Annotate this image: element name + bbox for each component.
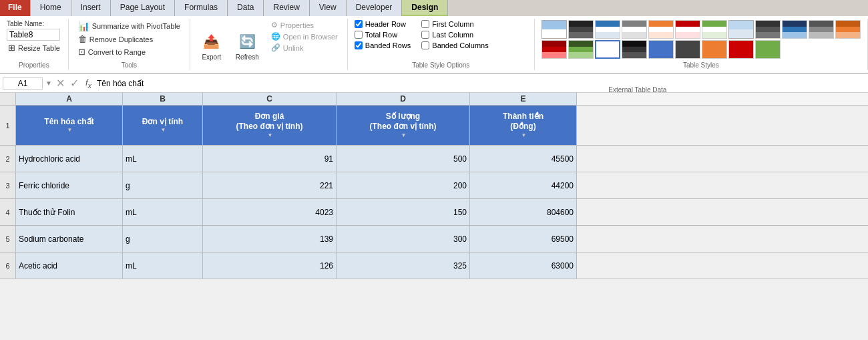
banded-rows-option[interactable]: Banded Rows bbox=[355, 41, 411, 49]
header-row-checkbox[interactable] bbox=[355, 20, 363, 28]
cell-a3[interactable]: Ferric chloride bbox=[16, 172, 123, 198]
cell-d6[interactable]: 325 bbox=[337, 252, 470, 279]
cell-d3[interactable]: 200 bbox=[337, 172, 470, 198]
style-swatch-5[interactable] bbox=[648, 20, 674, 39]
cell-a6[interactable]: Acetic acid bbox=[16, 252, 123, 279]
style-swatch-1[interactable] bbox=[541, 20, 567, 39]
cell-a5[interactable]: Sodium carbonate bbox=[16, 226, 123, 252]
cell-e5[interactable]: 69500 bbox=[470, 226, 577, 252]
tab-file[interactable]: File bbox=[0, 0, 31, 16]
cell-a1[interactable]: Tên hóa chất ▼ bbox=[16, 106, 123, 145]
style-swatch-9[interactable] bbox=[755, 20, 781, 39]
tab-view[interactable]: View bbox=[310, 0, 347, 16]
properties-button[interactable]: ⚙ Properties bbox=[268, 20, 341, 30]
style-swatch-10[interactable] bbox=[782, 20, 807, 39]
cell-b2[interactable]: mL bbox=[123, 146, 203, 172]
banded-columns-option[interactable]: Banded Columns bbox=[421, 41, 488, 49]
summarize-pivottable-button[interactable]: 📊 Summarize with PivotTable bbox=[75, 20, 183, 32]
style-swatch-7[interactable] bbox=[702, 20, 727, 39]
tab-insert[interactable]: Insert bbox=[71, 0, 111, 16]
cell-b1[interactable]: Đơn vị tính ▼ bbox=[123, 106, 203, 145]
refresh-button[interactable]: 🔄 Refresh bbox=[232, 29, 263, 62]
first-column-checkbox[interactable] bbox=[421, 20, 429, 28]
dropdown-a1-icon[interactable]: ▼ bbox=[67, 127, 73, 134]
cell-b5[interactable]: g bbox=[123, 226, 203, 252]
col-header-c[interactable]: C bbox=[203, 93, 337, 105]
cell-c3[interactable]: 221 bbox=[203, 172, 337, 198]
total-row-checkbox[interactable] bbox=[355, 31, 363, 39]
row-number-6: 6 bbox=[0, 252, 16, 279]
col-header-a[interactable]: A bbox=[16, 93, 123, 105]
cell-c2[interactable]: 91 bbox=[203, 146, 337, 172]
style-swatch-16[interactable] bbox=[622, 40, 647, 59]
cell-b6[interactable]: mL bbox=[123, 252, 203, 279]
cell-e4[interactable]: 804600 bbox=[470, 199, 577, 225]
cell-e3[interactable]: 44200 bbox=[470, 172, 577, 198]
style-swatch-6[interactable] bbox=[675, 20, 700, 39]
dropdown-b1-icon[interactable]: ▼ bbox=[161, 127, 166, 134]
fx-icon[interactable]: fx bbox=[83, 77, 94, 90]
tab-developer[interactable]: Developer bbox=[347, 0, 403, 16]
style-swatch-20[interactable] bbox=[728, 40, 754, 59]
style-swatch-17[interactable] bbox=[648, 40, 674, 59]
export-button[interactable]: 📤 Export bbox=[197, 29, 226, 62]
header-row-option[interactable]: Header Row bbox=[355, 20, 411, 28]
open-in-browser-button[interactable]: 🌐 Open in Browser bbox=[268, 31, 341, 41]
cell-c5[interactable]: 139 bbox=[203, 226, 337, 252]
open-browser-label: Open in Browser bbox=[283, 33, 338, 41]
tab-design[interactable]: Design bbox=[402, 0, 448, 16]
cell-a2[interactable]: Hydrochloric acid bbox=[16, 146, 123, 172]
style-swatch-19[interactable] bbox=[702, 40, 727, 59]
cell-reference-input[interactable] bbox=[3, 77, 43, 90]
total-row-option[interactable]: Total Row bbox=[355, 31, 411, 39]
style-swatch-21[interactable] bbox=[755, 40, 781, 59]
unlink-button[interactable]: 🔗 Unlink bbox=[268, 43, 341, 53]
style-swatch-2[interactable] bbox=[568, 20, 594, 39]
style-swatch-11[interactable] bbox=[809, 20, 834, 39]
resize-table-button[interactable]: ⊞ Resize Table bbox=[7, 42, 61, 53]
last-column-option[interactable]: Last Column bbox=[421, 31, 488, 39]
dropdown-arrow-icon[interactable]: ▼ bbox=[45, 79, 52, 87]
tab-home[interactable]: Home bbox=[31, 0, 71, 16]
cell-d2[interactable]: 500 bbox=[337, 146, 470, 172]
cell-d5[interactable]: 300 bbox=[337, 226, 470, 252]
banded-rows-checkbox[interactable] bbox=[355, 41, 363, 49]
remove-duplicates-button[interactable]: 🗑 Remove Duplicates bbox=[75, 33, 183, 45]
cell-c6[interactable]: 126 bbox=[203, 252, 337, 279]
dropdown-c1-icon[interactable]: ▼ bbox=[268, 132, 273, 139]
cell-a4[interactable]: Thuốc thử Folin bbox=[16, 199, 123, 225]
tab-review[interactable]: Review bbox=[264, 0, 309, 16]
style-swatch-15[interactable] bbox=[595, 40, 620, 59]
unlink-label: Unlink bbox=[283, 44, 304, 52]
dropdown-d1-icon[interactable]: ▼ bbox=[401, 132, 407, 139]
cell-e1[interactable]: Thành tiền (Đồng) ▼ bbox=[470, 106, 577, 145]
convert-to-range-button[interactable]: ⊡ Convert to Range bbox=[75, 46, 183, 57]
cell-b3[interactable]: g bbox=[123, 172, 203, 198]
cell-d1[interactable]: Số lượng (Theo đơn vị tính) ▼ bbox=[337, 106, 470, 145]
tab-data[interactable]: Data bbox=[228, 0, 264, 16]
dropdown-e1-icon[interactable]: ▼ bbox=[521, 132, 527, 139]
tab-formulas[interactable]: Formulas bbox=[175, 0, 228, 16]
first-column-option[interactable]: First Column bbox=[421, 20, 488, 28]
cell-d4[interactable]: 150 bbox=[337, 199, 470, 225]
cell-c4[interactable]: 4023 bbox=[203, 199, 337, 225]
external-group-label: External Table Data bbox=[204, 83, 868, 94]
style-swatch-8[interactable] bbox=[728, 20, 754, 39]
banded-columns-checkbox[interactable] bbox=[421, 41, 429, 49]
cell-b4[interactable]: mL bbox=[123, 199, 203, 225]
cell-c1[interactable]: Đơn giá (Theo đơn vị tính) ▼ bbox=[203, 106, 337, 145]
style-swatch-4[interactable] bbox=[622, 20, 647, 39]
style-swatch-14[interactable] bbox=[568, 40, 594, 59]
col-header-b[interactable]: B bbox=[123, 93, 203, 105]
table-name-input[interactable] bbox=[7, 29, 60, 41]
style-swatch-3[interactable] bbox=[595, 20, 620, 39]
col-header-d[interactable]: D bbox=[337, 93, 470, 105]
col-header-e[interactable]: E bbox=[470, 93, 577, 105]
cell-e6[interactable]: 63000 bbox=[470, 252, 577, 279]
cell-e2[interactable]: 45500 bbox=[470, 146, 577, 172]
last-column-checkbox[interactable] bbox=[421, 31, 429, 39]
style-swatch-18[interactable] bbox=[675, 40, 700, 59]
style-swatch-12[interactable] bbox=[835, 20, 861, 39]
style-swatch-13[interactable] bbox=[541, 40, 567, 59]
tab-page-layout[interactable]: Page Layout bbox=[111, 0, 175, 16]
